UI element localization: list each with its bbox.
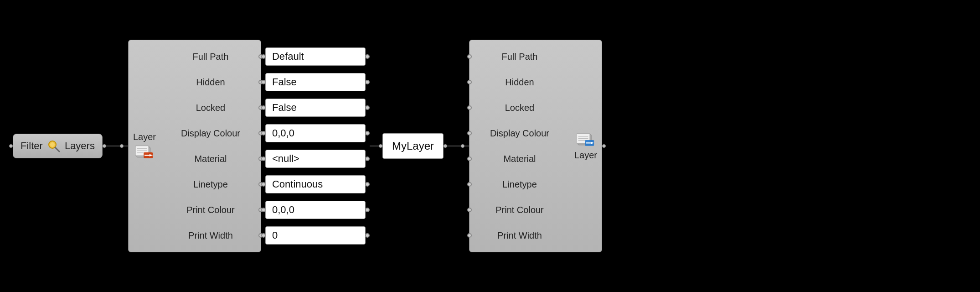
value-text-print-width: 0 (272, 229, 278, 241)
value-text-full-path: Default (272, 51, 304, 63)
value-box-material[interactable]: <null> (265, 150, 366, 168)
value-text-hidden: False (272, 76, 297, 88)
r-prop-label-display-colour: Display Colour (475, 128, 564, 139)
prop-row-display-colour: Display Colour (160, 120, 261, 146)
layer-right-label: Layer (574, 150, 597, 161)
layer-red-icon (135, 144, 154, 161)
layer-props-left-node: Layer (128, 40, 261, 252)
val-wrapper-material: <null> (261, 146, 370, 172)
value-text-material: <null> (272, 153, 299, 165)
r-prop-label-full-path: Full Path (475, 52, 564, 62)
prop-row-locked: Locked (160, 95, 261, 120)
prop-label-display-colour: Display Colour (166, 128, 255, 139)
filter-node-group: Filter Layers (9, 134, 106, 158)
r-prop-connector-full-path (467, 54, 472, 59)
line-filter-to-props (106, 146, 120, 146)
r-prop-label-print-colour: Print Colour (475, 205, 564, 215)
layer-left-label: Layer (133, 132, 156, 142)
layer-right-side: Layer (570, 132, 602, 161)
line-right-2 (464, 146, 469, 146)
value-boxes-column: Default False False 0,0,0 (261, 40, 370, 252)
line-to-right-node (447, 146, 461, 146)
prop-label-full-path: Full Path (166, 52, 255, 62)
value-box-print-colour[interactable]: 0,0,0 (265, 201, 366, 219)
line-to-mylayer (370, 146, 379, 146)
prop-label-print-colour: Print Colour (166, 205, 255, 215)
r-prop-connector-display-colour (467, 131, 472, 136)
filter-node-name: Layers (65, 140, 95, 152)
prop-label-print-width: Print Width (166, 230, 255, 241)
layer-blue-icon (577, 132, 595, 148)
val-dot-right-print-colour (365, 208, 370, 212)
line-2 (124, 146, 128, 146)
value-box-linetype[interactable]: Continuous (265, 175, 366, 193)
r-prop-row-hidden: Hidden (469, 69, 570, 95)
prop-row-material: Material (160, 146, 261, 172)
value-box-hidden[interactable]: False (265, 73, 366, 91)
value-box-full-path[interactable]: Default (265, 47, 366, 66)
prop-row-print-width: Print Width (160, 223, 261, 248)
r-prop-row-material: Material (469, 146, 570, 172)
val-dot-right-display-colour (365, 131, 370, 136)
val-dot-right-hidden (365, 80, 370, 84)
line-dot-right (461, 144, 464, 148)
val-wrapper-display-colour: 0,0,0 (261, 120, 370, 146)
prop-label-locked: Locked (166, 103, 255, 113)
line-dot-1 (120, 144, 124, 148)
value-box-display-colour[interactable]: 0,0,0 (265, 124, 366, 142)
mylayer-label: MyLayer (392, 140, 434, 152)
canvas: Filter Layers Layer (0, 0, 980, 292)
prop-row-print-colour: Print Colour (160, 197, 261, 223)
r-prop-row-print-width: Print Width (469, 223, 570, 248)
r-prop-connector-linetype (467, 182, 472, 187)
mylayer-node[interactable]: MyLayer (382, 133, 444, 159)
r-prop-row-display-colour: Display Colour (469, 120, 570, 146)
r-prop-label-linetype: Linetype (475, 179, 564, 190)
prop-label-hidden: Hidden (166, 77, 255, 88)
filter-node: Filter Layers (13, 134, 103, 158)
r-prop-connector-print-width (467, 233, 472, 238)
prop-label-material: Material (166, 154, 255, 164)
prop-row-full-path: Full Path (160, 44, 261, 69)
r-prop-connector-print-colour (467, 208, 472, 212)
val-wrapper-locked: False (261, 95, 370, 120)
r-prop-label-material: Material (475, 154, 564, 164)
filter-right-connector (103, 144, 106, 148)
prop-row-linetype: Linetype (160, 172, 261, 197)
val-dot-right-print-width (365, 233, 370, 238)
right-end-connector (602, 144, 606, 148)
val-dot-right-full-path (365, 54, 370, 59)
filter-left-connector (9, 144, 13, 148)
val-wrapper-print-colour: 0,0,0 (261, 197, 370, 223)
prop-label-linetype: Linetype (166, 179, 255, 190)
val-wrapper-print-width: 0 (261, 223, 370, 248)
r-prop-label-locked: Locked (475, 103, 564, 113)
mylayer-right-connector (444, 144, 447, 148)
r-prop-label-hidden: Hidden (475, 77, 564, 88)
val-wrapper-linetype: Continuous (261, 172, 370, 197)
mylayer-node-group: MyLayer (382, 133, 447, 159)
layer-props-right-list: Full Path Hidden Locked Display Colour M… (469, 40, 570, 252)
value-box-locked[interactable]: False (265, 99, 366, 117)
filter-label: Filter (21, 140, 43, 152)
r-prop-row-locked: Locked (469, 95, 570, 120)
r-prop-connector-hidden (467, 80, 472, 84)
val-wrapper-full-path: Default (261, 44, 370, 69)
val-dot-right-locked (365, 105, 370, 110)
r-prop-row-full-path: Full Path (469, 44, 570, 69)
value-text-locked: False (272, 102, 297, 114)
value-text-display-colour: 0,0,0 (272, 127, 294, 139)
layer-props-left-list: Full Path Hidden Locked Display Colour M… (160, 40, 261, 252)
val-wrapper-hidden: False (261, 69, 370, 95)
val-dot-right-material (365, 156, 370, 161)
search-icon (46, 139, 61, 153)
layer-left-side: Layer (129, 132, 160, 161)
value-text-print-colour: 0,0,0 (272, 204, 294, 216)
value-box-print-width[interactable]: 0 (265, 226, 366, 245)
val-dot-right-linetype (365, 182, 370, 187)
layer-props-right-node: Full Path Hidden Locked Display Colour M… (469, 40, 602, 252)
line-dot-mylayer-left (379, 144, 382, 148)
r-prop-connector-material (467, 156, 472, 161)
svg-point-2 (50, 142, 55, 147)
r-prop-row-print-colour: Print Colour (469, 197, 570, 223)
